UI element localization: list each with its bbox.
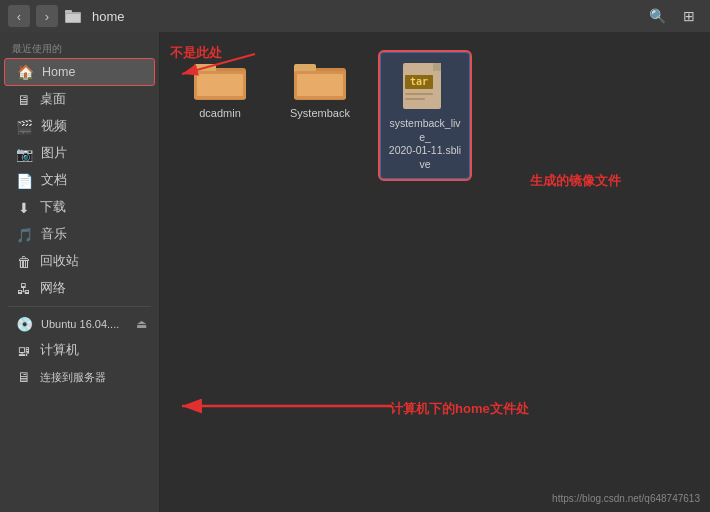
- sidebar-item-doc[interactable]: 📄 文档: [4, 167, 155, 194]
- file-label-systemback: Systemback: [290, 106, 350, 120]
- svg-rect-13: [433, 63, 441, 71]
- video-icon: 🎬: [16, 119, 33, 135]
- sidebar-item-computer[interactable]: 🖳 计算机: [4, 337, 155, 364]
- file-item-systemback[interactable]: Systemback: [280, 52, 360, 126]
- tar-icon-sblive: tar: [399, 59, 451, 113]
- view-toggle-button[interactable]: ⊞: [676, 5, 702, 27]
- file-label-sblive: systemback_live_ 2020-01-11.sblive: [387, 117, 463, 172]
- sidebar-item-ubuntu[interactable]: 💿 Ubuntu 16.04.... ⏏: [4, 311, 155, 337]
- folder-icon-dcadmin: [194, 58, 246, 102]
- file-grid: dcadmin Systemback: [180, 52, 690, 179]
- svg-text:tar: tar: [410, 76, 428, 87]
- sidebar-trash-label: 回收站: [40, 253, 79, 270]
- computer-icon: 🖳: [16, 343, 32, 359]
- sidebar-item-network[interactable]: 🖧 网络: [4, 275, 155, 302]
- sidebar-network-label: 网络: [40, 280, 66, 297]
- sidebar: 最近使用的 🏠 Home 🖥 桌面 🎬 视频 📷 图片 📄 文档 ⬇ 下载 🎵 …: [0, 32, 160, 512]
- sidebar-item-video[interactable]: 🎬 视频: [4, 113, 155, 140]
- sidebar-item-desktop[interactable]: 🖥 桌面: [4, 86, 155, 113]
- network-icon: 🖧: [16, 281, 32, 297]
- svg-rect-17: [405, 98, 425, 100]
- sidebar-item-music[interactable]: 🎵 音乐: [4, 221, 155, 248]
- content-area: dcadmin Systemback: [160, 32, 710, 512]
- sidebar-item-connect[interactable]: 🖥 连接到服务器: [4, 364, 155, 390]
- sidebar-music-label: 音乐: [41, 226, 67, 243]
- arrow-computer: [160, 382, 430, 432]
- sidebar-video-label: 视频: [41, 118, 67, 135]
- svg-rect-2: [66, 14, 80, 22]
- sidebar-item-home[interactable]: 🏠 Home: [4, 58, 155, 86]
- sidebar-divider: [8, 306, 151, 307]
- sidebar-doc-label: 文档: [41, 172, 67, 189]
- sidebar-home-label: Home: [42, 65, 75, 79]
- svg-rect-10: [297, 74, 343, 96]
- file-item-dcadmin[interactable]: dcadmin: [180, 52, 260, 126]
- back-button[interactable]: ‹: [8, 5, 30, 27]
- desktop-icon: 🖥: [16, 92, 32, 108]
- doc-icon: 📄: [16, 173, 33, 189]
- sidebar-desktop-label: 桌面: [40, 91, 66, 108]
- trash-icon: 🗑: [16, 254, 32, 270]
- annotation-home-computer: 计算机下的home文件处: [390, 400, 529, 418]
- ubuntu-icon: 💿: [16, 316, 33, 332]
- sidebar-photo-label: 图片: [41, 145, 67, 162]
- titlebar-title: home: [92, 9, 638, 24]
- sidebar-download-label: 下载: [40, 199, 66, 216]
- photo-icon: 📷: [16, 146, 33, 162]
- titlebar: ‹ › home 🔍 ⊞: [0, 0, 710, 32]
- search-button[interactable]: 🔍: [644, 5, 670, 27]
- file-item-sblive[interactable]: tar systemback_live_ 2020-01-11.sblive: [380, 52, 470, 179]
- download-icon: ⬇: [16, 200, 32, 216]
- recent-label: 最近使用的: [0, 36, 159, 58]
- main-layout: 最近使用的 🏠 Home 🖥 桌面 🎬 视频 📷 图片 📄 文档 ⬇ 下载 🎵 …: [0, 32, 710, 512]
- watermark: https://blog.csdn.net/q648747613: [552, 493, 700, 504]
- sidebar-item-download[interactable]: ⬇ 下载: [4, 194, 155, 221]
- sidebar-item-trash[interactable]: 🗑 回收站: [4, 248, 155, 275]
- svg-rect-6: [197, 74, 243, 96]
- filemanager-icon: [64, 7, 82, 25]
- music-icon: 🎵: [16, 227, 33, 243]
- forward-button[interactable]: ›: [36, 5, 58, 27]
- svg-rect-1: [65, 10, 72, 13]
- eject-icon[interactable]: ⏏: [136, 317, 147, 331]
- sidebar-connect-label: 连接到服务器: [40, 370, 106, 385]
- file-label-dcadmin: dcadmin: [199, 106, 241, 120]
- sidebar-ubuntu-label: Ubuntu 16.04....: [41, 318, 119, 330]
- connect-icon: 🖥: [16, 369, 32, 385]
- svg-rect-16: [405, 93, 433, 95]
- folder-icon-systemback: [294, 58, 346, 102]
- sidebar-item-photo[interactable]: 📷 图片: [4, 140, 155, 167]
- home-icon: 🏠: [17, 64, 34, 80]
- sidebar-computer-label: 计算机: [40, 342, 79, 359]
